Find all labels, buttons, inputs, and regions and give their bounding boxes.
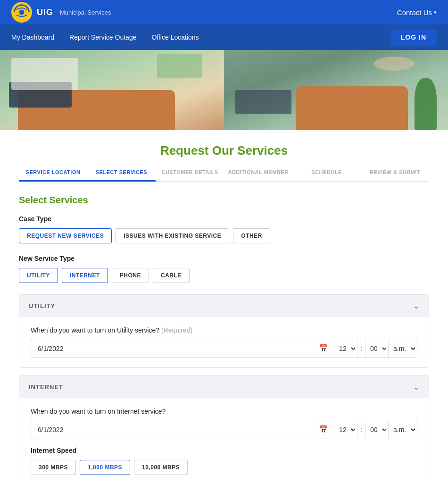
utility-datetime-row: 📅 1212 : 00153045 a.m.p.m. — [31, 339, 417, 358]
step-customer-details[interactable]: CUSTOMER DETAILS — [156, 169, 224, 181]
hero-left-panel — [0, 50, 224, 130]
btn-utility[interactable]: UTILITY — [19, 268, 58, 283]
utility-calendar-icon[interactable]: 📅 — [313, 339, 334, 358]
utility-chevron-icon: ⌄ — [413, 301, 419, 310]
nav-links: My Dashboard Report Service Outage Offic… — [11, 33, 199, 41]
service-type-group: UTILITY INTERNET PHONE CABLE — [19, 268, 429, 283]
btn-request-new-services[interactable]: REQUEST NEW SERVICES — [19, 228, 112, 243]
logo — [11, 2, 32, 23]
btn-issues-existing[interactable]: ISSUES WITH EXISTING SERVICE — [116, 228, 229, 243]
utility-minute-select[interactable]: 00153045 — [365, 340, 388, 358]
nav-report-service-outage[interactable]: Report Service Outage — [69, 33, 136, 41]
internet-accordion-body: When do you want to turn on Internet ser… — [19, 398, 429, 483]
btn-other[interactable]: OTHER — [233, 228, 270, 243]
svg-point-1 — [19, 10, 25, 15]
contact-us-button[interactable]: Contact Us ▾ — [397, 8, 437, 17]
brand-subtitle: Municipal Services — [60, 9, 111, 16]
utility-question: When do you want to turn on Utility serv… — [31, 326, 417, 334]
utility-accordion-body: When do you want to turn on Utility serv… — [19, 317, 429, 367]
btn-300mbps[interactable]: 300 MBPS — [31, 460, 76, 475]
btn-1000mbps[interactable]: 1,000 MBPS — [80, 460, 130, 475]
page-title: Request Our Services — [19, 143, 429, 158]
utility-date-input[interactable] — [31, 340, 313, 357]
nav-bar: My Dashboard Report Service Outage Offic… — [0, 25, 448, 50]
hero-shelf — [11, 58, 79, 90]
contact-us-label: Contact Us — [397, 8, 432, 17]
internet-datetime-row: 📅 1212 : 00153045 a.m.p.m. — [31, 420, 417, 439]
top-bar: UIG Municipal Services Contact Us ▾ — [0, 0, 448, 25]
internet-calendar-icon[interactable]: 📅 — [313, 420, 334, 439]
hero-right-panel — [224, 50, 448, 130]
internet-accordion-header[interactable]: INTERNET ⌄ — [19, 376, 429, 398]
nav-office-locations[interactable]: Office Locations — [151, 33, 199, 41]
nav-my-dashboard[interactable]: My Dashboard — [11, 33, 54, 41]
logo-area: UIG Municipal Services — [11, 2, 111, 23]
contact-chevron-icon: ▾ — [434, 9, 437, 16]
btn-10000mbps[interactable]: 10,000 MBPS — [134, 460, 188, 475]
utility-hour-select[interactable]: 1212 — [334, 340, 357, 358]
internet-minute-select[interactable]: 00153045 — [365, 421, 388, 439]
hero-plant-small — [157, 54, 202, 78]
internet-date-input[interactable] — [31, 421, 313, 438]
utility-header-text: UTILITY — [29, 302, 55, 309]
btn-phone[interactable]: PHONE — [112, 268, 149, 283]
hero-sofa-right — [296, 86, 408, 131]
utility-accordion: UTILITY ⌄ When do you want to turn on Ut… — [19, 294, 429, 368]
hero-pillow-right — [235, 90, 291, 114]
internet-header-text: INTERNET — [29, 383, 63, 391]
case-type-label: Case Type — [19, 215, 429, 223]
internet-accordion: INTERNET ⌄ When do you want to turn on I… — [19, 375, 429, 483]
utility-ampm-select[interactable]: a.m.p.m. — [388, 340, 417, 358]
internet-question: When do you want to turn on Internet ser… — [31, 408, 417, 415]
login-button[interactable]: LOG IN — [390, 29, 437, 46]
main-content: Request Our Services SERVICE LOCATION SE… — [0, 130, 448, 483]
speed-btn-group: 300 MBPS 1,000 MBPS 10,000 MBPS — [31, 460, 417, 475]
internet-speed-label: Internet Speed — [31, 447, 417, 454]
hero-banner — [0, 50, 448, 130]
case-type-group: REQUEST NEW SERVICES ISSUES WITH EXISTIN… — [19, 228, 429, 243]
step-additional-member[interactable]: ADDITIONAL MEMBER — [224, 169, 292, 181]
steps-bar: SERVICE LOCATION SELECT SERVICES CUSTOME… — [19, 169, 429, 182]
step-review-submit[interactable]: REVIEW & SUBMIT — [361, 169, 429, 181]
utility-accordion-header[interactable]: UTILITY ⌄ — [19, 295, 429, 317]
step-service-location[interactable]: SERVICE LOCATION — [19, 169, 87, 181]
internet-chevron-icon: ⌄ — [413, 383, 419, 391]
step-select-services[interactable]: SELECT SERVICES — [87, 169, 156, 181]
utility-required: (Required) — [161, 326, 192, 334]
brand-name: UIG — [37, 8, 53, 17]
btn-cable[interactable]: CABLE — [153, 268, 190, 283]
btn-internet[interactable]: INTERNET — [62, 268, 108, 283]
section-title: Select Services — [19, 195, 429, 206]
hero-large-plant — [415, 78, 437, 131]
hero-mirror — [374, 57, 415, 71]
internet-time-colon: : — [357, 421, 365, 438]
internet-hour-select[interactable]: 1212 — [334, 421, 357, 439]
utility-time-colon: : — [357, 340, 365, 357]
service-type-label: New Service Type — [19, 255, 429, 262]
step-schedule[interactable]: SCHEDULE — [292, 169, 361, 181]
internet-ampm-select[interactable]: a.m.p.m. — [388, 421, 417, 439]
